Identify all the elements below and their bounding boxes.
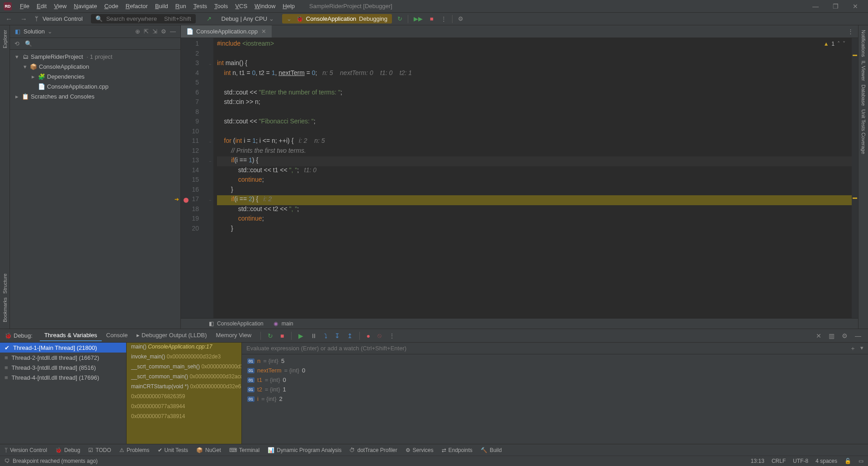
- status-readonly-icon[interactable]: 🔓: [844, 458, 851, 464]
- nav-forward-button[interactable]: →: [19, 15, 29, 23]
- bottom-tool-services[interactable]: ⚙Services: [406, 447, 434, 453]
- filter-search-icon[interactable]: 🔍: [25, 40, 32, 47]
- minimize-button[interactable]: —: [807, 3, 825, 10]
- rail-structure[interactable]: Structure: [2, 272, 8, 296]
- tree-item[interactable]: 📄ConsoleApplication.cpp: [10, 81, 180, 91]
- next-highlight-button[interactable]: ˅: [843, 41, 845, 47]
- step-into-button[interactable]: ↧: [332, 332, 342, 339]
- bottom-tool-problems[interactable]: ⚠Problems: [119, 447, 150, 453]
- variable-row[interactable]: 01t1= {int} 0: [242, 375, 868, 385]
- solution-panel-title[interactable]: ◧ Solution ⌄: [14, 28, 52, 35]
- code-editor[interactable]: 12345678910111213141516➔17181920 −−−− #i…: [181, 38, 858, 318]
- menu-build[interactable]: Build: [151, 1, 172, 11]
- thread-row[interactable]: ≡Thread-4-[ntdll.dll thread] (17696): [0, 372, 126, 382]
- menu-vcs[interactable]: VCS: [231, 1, 251, 11]
- step-over-button[interactable]: ⤵: [322, 332, 330, 339]
- mute-breakpoints-button[interactable]: ⦸: [375, 332, 384, 339]
- hide-panel-icon[interactable]: —: [170, 28, 176, 35]
- more-actions-button[interactable]: ⋮: [439, 15, 448, 22]
- menu-window[interactable]: Window: [251, 1, 279, 11]
- maximize-button[interactable]: ❐: [826, 3, 844, 10]
- tree-item[interactable]: ▸🧩Dependencies: [10, 71, 180, 81]
- debug-tab-threads-variables[interactable]: Threads & Variables: [40, 330, 102, 341]
- menu-tests[interactable]: Tests: [190, 1, 211, 11]
- stack-frame-row[interactable]: invoke_main() 0x0000000000d32de3: [127, 353, 241, 362]
- close-window-button[interactable]: ✕: [846, 3, 864, 10]
- bottom-tool-debug[interactable]: 🐞Debug: [55, 447, 80, 453]
- rail-bookmarks[interactable]: Bookmarks: [2, 296, 8, 324]
- nav-back-button[interactable]: ←: [4, 15, 14, 23]
- version-control-widget[interactable]: ᛘ Version Control: [33, 15, 83, 22]
- bottom-tool-dottrace-profiler[interactable]: ⏱dotTrace Profiler: [349, 447, 397, 453]
- close-tab-button[interactable]: ✕: [261, 28, 266, 35]
- status-encoding[interactable]: UTF-8: [793, 458, 808, 464]
- menu-navigate[interactable]: Navigate: [70, 1, 100, 11]
- watch-expression-input[interactable]: Evaluate expression (Enter) or add a wat…: [242, 343, 868, 354]
- settings-icon[interactable]: ⚙: [456, 15, 465, 22]
- stack-frame-row[interactable]: 0x0000000076826359: [127, 392, 241, 402]
- bottom-tool-endpoints[interactable]: ⇄Endpoints: [442, 447, 472, 453]
- stack-frame-row[interactable]: 0x0000000077a38944: [127, 402, 241, 412]
- variable-row[interactable]: 01nextTerm= {int} 0: [242, 366, 868, 375]
- rerun-debug-button[interactable]: ↻: [265, 332, 275, 339]
- step-out-button[interactable]: ↥: [345, 332, 355, 339]
- editor-marker-strip[interactable]: [852, 38, 858, 318]
- prev-highlight-button[interactable]: ˄: [837, 41, 840, 47]
- breadcrumb-function[interactable]: ◉ main: [273, 320, 293, 327]
- run-config-selector[interactable]: Debug | Any CPU ⌄: [217, 14, 278, 24]
- breadcrumb-app[interactable]: ◧ ConsoleApplication: [208, 320, 264, 327]
- layout-settings-button[interactable]: ▥: [826, 332, 837, 339]
- editor-inspection-widget[interactable]: ▲ 1 ˄ ˅: [823, 41, 845, 47]
- status-indent[interactable]: 4 spaces: [816, 458, 837, 464]
- debug-tab-memory-view[interactable]: Memory View: [212, 330, 256, 341]
- stop-button[interactable]: ■: [428, 15, 435, 22]
- collapse-all-icon[interactable]: ⇲: [152, 28, 157, 35]
- stack-frame-row[interactable]: main() ConsoleApplication.cpp:17: [127, 343, 241, 353]
- panel-settings-icon[interactable]: ⚙: [161, 28, 166, 35]
- pause-program-button[interactable]: ⏸: [308, 332, 319, 339]
- editor-tab-active[interactable]: 📄 ConsoleApplication.cpp ✕: [181, 25, 272, 38]
- menu-tools[interactable]: Tools: [211, 1, 231, 11]
- menu-help[interactable]: Help: [279, 1, 298, 11]
- rail-il-viewer[interactable]: IL Viewer: [861, 59, 866, 83]
- thread-row[interactable]: ≡Thread-3-[ntdll.dll thread] (8516): [0, 362, 126, 372]
- close-debug-tab-button[interactable]: ✕: [814, 332, 824, 339]
- tree-item[interactable]: ▾📦ConsoleApplication: [10, 61, 180, 71]
- bottom-tool-build[interactable]: 🔨Build: [481, 447, 502, 453]
- bottom-tool-unit-tests[interactable]: ✔Unit Tests: [158, 447, 188, 453]
- tree-root-row[interactable]: ▾ 🗂 SampleRiderProject · 1 project: [10, 52, 180, 61]
- stack-frame-row[interactable]: 0x0000000077a38914: [127, 412, 241, 422]
- menu-code[interactable]: Code: [101, 1, 122, 11]
- rail-explorer[interactable]: Explorer: [2, 28, 8, 50]
- menu-run[interactable]: Run: [172, 1, 190, 11]
- hide-debug-panel-button[interactable]: —: [853, 332, 863, 339]
- debug-tab-debugger-output-lldb-[interactable]: ▸ Debugger Output (LLDB): [132, 330, 211, 341]
- tree-scratches-row[interactable]: ▸ 📋 Scratches and Consoles: [10, 91, 180, 101]
- search-everywhere[interactable]: 🔍 Search everywhere Shift+Shift: [91, 14, 196, 24]
- add-watch-button[interactable]: ＋: [850, 344, 856, 353]
- editor-tab-options[interactable]: ⋮: [843, 28, 858, 35]
- rail-notifications[interactable]: Notifications: [861, 28, 866, 59]
- menu-edit[interactable]: Edit: [33, 1, 50, 11]
- debug-settings-button[interactable]: ⚙: [840, 332, 850, 339]
- status-memory-icon[interactable]: ▭: [859, 458, 863, 464]
- thread-row[interactable]: ✔Thread-1-[Main Thread] (21800): [0, 343, 126, 353]
- expand-all-icon[interactable]: ⇱: [144, 28, 149, 35]
- menu-view[interactable]: View: [50, 1, 70, 11]
- resume-program-button[interactable]: ▶: [296, 332, 306, 339]
- rerun-button[interactable]: ↻: [396, 15, 404, 22]
- view-breakpoints-button[interactable]: ●: [364, 332, 373, 339]
- debug-more-button[interactable]: ⋮: [387, 332, 397, 339]
- variable-row[interactable]: 01i= {int} 2: [242, 394, 868, 404]
- bottom-tool-nuget[interactable]: 📦NuGet: [196, 447, 221, 453]
- stack-frame-row[interactable]: mainCRTStartup(void *) 0x0000000000d32e6…: [127, 382, 241, 392]
- resume-button[interactable]: ▶▶: [412, 15, 425, 22]
- thread-row[interactable]: ≡Thread-2-[ntdll.dll thread] (16672): [0, 353, 126, 362]
- stop-debug-button[interactable]: ■: [278, 332, 286, 339]
- watch-dropdown-button[interactable]: ▾: [860, 344, 863, 353]
- bottom-tool-dynamic-program-analysis[interactable]: 📊Dynamic Program Analysis: [268, 447, 341, 453]
- rail-unit-tests-coverage[interactable]: Unit Tests Coverage: [861, 108, 866, 156]
- stack-frame-row[interactable]: __scrt_common_main() 0x0000000000d32acd: [127, 372, 241, 382]
- bottom-tool-todo[interactable]: ☑TODO: [88, 447, 111, 453]
- variable-row[interactable]: 01n= {int} 5: [242, 356, 868, 366]
